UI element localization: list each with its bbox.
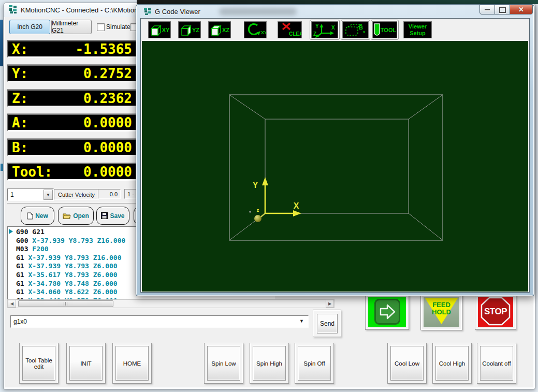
- go-arrow-icon: [374, 299, 400, 325]
- tool-select-dropdown-arrow[interactable]: ▼: [43, 190, 53, 200]
- new-button[interactable]: New: [21, 207, 54, 225]
- simulate-checkbox[interactable]: [97, 23, 105, 31]
- new-file-icon: [27, 212, 33, 220]
- rotate-xy-button[interactable]: XY: [244, 21, 267, 38]
- cube-yz-icon: [180, 24, 192, 36]
- viewer-client-area: XY YZ XZ XY: [140, 18, 530, 293]
- svg-text:CLEAR: CLEAR: [289, 31, 301, 37]
- tool-table-edit-button[interactable]: Tool Table edit: [22, 346, 55, 381]
- svg-text:FEED: FEED: [432, 301, 450, 309]
- dro-b: B:0.0000: [7, 139, 137, 156]
- minimize-icon: [485, 9, 490, 10]
- window-title: KMotionCNC - Connected - C:\KMotion430g: [21, 6, 153, 14]
- dro-x: X:-1.5365: [7, 40, 137, 57]
- svg-text:x: x: [363, 30, 366, 34]
- svg-text:X: X: [331, 25, 335, 31]
- open-folder-icon: [63, 212, 71, 219]
- kmotioncnc-app-icon: [8, 5, 18, 14]
- gcode-hscrollbar[interactable]: ◀ ▶: [7, 299, 335, 308]
- svg-text:Z: Z: [313, 31, 316, 37]
- view-xz-button[interactable]: XZ: [208, 21, 231, 38]
- axis-label-x: X: [294, 201, 299, 210]
- axes-icon: Y X Z: [313, 22, 337, 38]
- axes-icon-button: Y X Z: [311, 21, 338, 38]
- dro-y: Y:0.2752: [7, 65, 137, 82]
- stop-button[interactable]: STOP: [478, 297, 513, 327]
- show-axes-toggle[interactable]: Y X Z: [310, 20, 340, 40]
- viewer-window-title: G Code Viewer: [155, 8, 200, 16]
- clear-button[interactable]: CLEAR: [278, 21, 302, 38]
- dro-a: A:0.0000: [7, 114, 137, 131]
- background-window-strip: [137, 0, 538, 4]
- maximize-icon: [499, 7, 506, 13]
- feed-hold-triangle-icon: FEED HOLD: [424, 297, 459, 326]
- scroll-right-arrow[interactable]: ▶: [326, 300, 334, 308]
- open-button[interactable]: Open: [58, 207, 94, 225]
- show-box-toggle[interactable]: B x: [341, 20, 370, 40]
- cube-xy-icon: [150, 24, 162, 36]
- redacted-filename: [219, 8, 297, 16]
- current-line-marker: [9, 229, 13, 234]
- svg-text:B: B: [359, 24, 363, 31]
- svg-text:XY: XY: [261, 30, 266, 35]
- dashed-box-icon: B x: [344, 22, 367, 38]
- spin-high-button[interactable]: Spin High: [253, 346, 286, 381]
- gl-viewport[interactable]: Y X z: [142, 41, 528, 292]
- svg-text:HOLD: HOLD: [432, 308, 451, 316]
- axis-label-z: z: [257, 208, 259, 213]
- send-button[interactable]: Send: [317, 314, 338, 333]
- dro-tool: Tool:0.0000: [7, 163, 137, 180]
- svg-text:Y: Y: [315, 23, 319, 29]
- gcode-viewer-window: G Code Viewer ✕ XY YZ: [136, 4, 534, 296]
- init-button[interactable]: INIT: [69, 346, 103, 381]
- spin-low-button[interactable]: Spin Low: [207, 346, 240, 381]
- tool-select-combo[interactable]: 1 ▼: [7, 188, 54, 201]
- cutter-velocity-value: 0.0: [98, 189, 121, 199]
- dro-z: Z:0.2362: [7, 90, 137, 107]
- cool-high-button[interactable]: Cool High: [435, 346, 469, 381]
- view-xy-button[interactable]: XY: [148, 21, 171, 38]
- close-button[interactable]: ✕: [510, 5, 533, 14]
- feed-hold-button[interactable]: FEED HOLD: [424, 297, 459, 327]
- axis-label-y: Y: [253, 181, 258, 190]
- view-yz-button[interactable]: YZ: [178, 21, 201, 38]
- screen: KMotionCNC - Connected - C:\KMotion430g …: [0, 0, 538, 392]
- millimeter-g21-button[interactable]: Millimeter G21: [51, 20, 92, 34]
- viewer-setup-button[interactable]: Viewer Setup: [403, 21, 432, 38]
- scroll-left-arrow[interactable]: ◀: [8, 300, 16, 308]
- viewer-app-icon: [143, 7, 152, 16]
- stop-frame: STOP: [475, 294, 516, 330]
- rotate-arrow-icon: XY: [245, 23, 266, 37]
- inch-g20-button[interactable]: Inch G20: [9, 20, 50, 34]
- save-button[interactable]: Save: [96, 207, 129, 225]
- cycle-start-frame: [365, 294, 409, 330]
- close-icon: ✕: [518, 6, 524, 13]
- clear-x-icon: CLEAR: [278, 22, 301, 38]
- show-tool-toggle[interactable]: TOOL: [371, 20, 399, 40]
- minimize-button[interactable]: [479, 5, 495, 14]
- simulate-label: Simulate: [106, 23, 130, 31]
- tool-icon: [373, 23, 381, 37]
- scroll-thumb-grip: [64, 302, 68, 306]
- mdi-dropdown-arrow[interactable]: ▼: [299, 318, 304, 324]
- scroll-thumb[interactable]: [18, 300, 113, 307]
- save-floppy-icon: [101, 212, 108, 219]
- spin-off-button[interactable]: Spin Off: [298, 346, 331, 381]
- tool-icon-button: TOOL: [372, 21, 397, 38]
- box-icon-button: B x: [342, 21, 369, 38]
- cool-low-button[interactable]: Cool Low: [390, 346, 424, 381]
- cutter-velocity-label: Cutter Velocity: [54, 189, 99, 200]
- cycle-start-button[interactable]: [368, 297, 406, 327]
- coolant-off-button[interactable]: Coolant off: [480, 346, 513, 381]
- stop-sign-icon: STOP: [478, 297, 513, 326]
- separator: [7, 203, 138, 204]
- svg-text:STOP: STOP: [484, 307, 507, 316]
- maximize-button[interactable]: [495, 5, 510, 14]
- feed-hold-frame: FEED HOLD: [420, 294, 462, 330]
- cube-xz-icon: [210, 24, 222, 36]
- home-button[interactable]: HOME: [115, 346, 149, 381]
- mdi-command-combo[interactable]: g1x0 ▼: [10, 315, 309, 328]
- machine-envelope-wireframe: Y X z: [142, 41, 528, 292]
